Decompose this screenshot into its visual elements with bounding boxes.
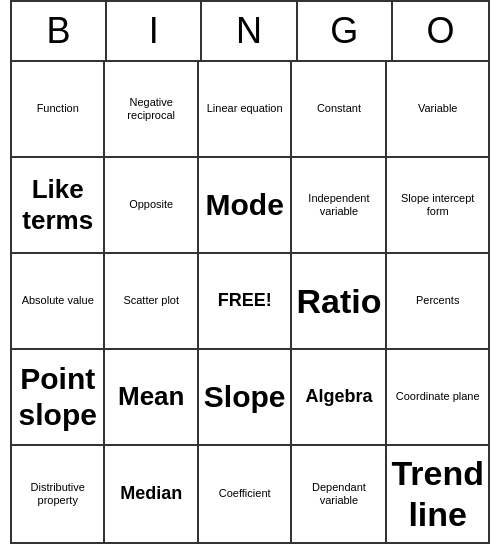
bingo-cell: Mode bbox=[199, 158, 292, 254]
cell-text: Coefficient bbox=[219, 487, 271, 500]
bingo-cell: Absolute value bbox=[12, 254, 105, 350]
cell-text: Percents bbox=[416, 294, 459, 307]
cell-text: Scatter plot bbox=[123, 294, 179, 307]
bingo-cell: Trend line bbox=[387, 446, 488, 542]
cell-text: Algebra bbox=[305, 386, 372, 408]
bingo-cell: Slope bbox=[199, 350, 292, 446]
bingo-cell: Independent variable bbox=[292, 158, 387, 254]
header-letter: B bbox=[12, 2, 107, 60]
cell-text: Linear equation bbox=[207, 102, 283, 115]
bingo-cell: Distributive property bbox=[12, 446, 105, 542]
cell-text: Trend line bbox=[391, 453, 484, 535]
cell-text: Constant bbox=[317, 102, 361, 115]
cell-text: Slope intercept form bbox=[391, 192, 484, 218]
cell-text: Distributive property bbox=[16, 481, 99, 507]
bingo-cell: Percents bbox=[387, 254, 488, 350]
bingo-cell: Point slope bbox=[12, 350, 105, 446]
bingo-cell: Coefficient bbox=[199, 446, 292, 542]
bingo-cell: Negative reciprocal bbox=[105, 62, 198, 158]
cell-text: Independent variable bbox=[296, 192, 381, 218]
bingo-grid: FunctionNegative reciprocalLinear equati… bbox=[12, 62, 488, 542]
cell-text: Variable bbox=[418, 102, 458, 115]
cell-text: Point slope bbox=[16, 361, 99, 433]
cell-text: FREE! bbox=[218, 290, 272, 312]
bingo-cell: Mean bbox=[105, 350, 198, 446]
bingo-cell: Median bbox=[105, 446, 198, 542]
cell-text: Median bbox=[120, 483, 182, 505]
cell-text: Negative reciprocal bbox=[109, 96, 192, 122]
cell-text: Opposite bbox=[129, 198, 173, 211]
bingo-cell: Variable bbox=[387, 62, 488, 158]
bingo-header: BINGO bbox=[12, 2, 488, 62]
header-letter: G bbox=[298, 2, 393, 60]
bingo-cell: Constant bbox=[292, 62, 387, 158]
bingo-cell: Linear equation bbox=[199, 62, 292, 158]
cell-text: Mode bbox=[206, 187, 284, 223]
bingo-cell: FREE! bbox=[199, 254, 292, 350]
bingo-cell: Function bbox=[12, 62, 105, 158]
header-letter: I bbox=[107, 2, 202, 60]
header-letter: N bbox=[202, 2, 297, 60]
bingo-card: BINGO FunctionNegative reciprocalLinear … bbox=[10, 0, 490, 544]
cell-text: Like terms bbox=[16, 174, 99, 236]
bingo-cell: Ratio bbox=[292, 254, 387, 350]
bingo-cell: Scatter plot bbox=[105, 254, 198, 350]
bingo-cell: Coordinate plane bbox=[387, 350, 488, 446]
cell-text: Slope bbox=[204, 379, 286, 415]
cell-text: Dependant variable bbox=[296, 481, 381, 507]
cell-text: Coordinate plane bbox=[396, 390, 480, 403]
cell-text: Absolute value bbox=[22, 294, 94, 307]
bingo-cell: Opposite bbox=[105, 158, 198, 254]
cell-text: Mean bbox=[118, 381, 184, 412]
bingo-cell: Dependant variable bbox=[292, 446, 387, 542]
header-letter: O bbox=[393, 2, 488, 60]
bingo-cell: Slope intercept form bbox=[387, 158, 488, 254]
bingo-cell: Algebra bbox=[292, 350, 387, 446]
bingo-cell: Like terms bbox=[12, 158, 105, 254]
cell-text: Ratio bbox=[296, 281, 381, 322]
cell-text: Function bbox=[37, 102, 79, 115]
